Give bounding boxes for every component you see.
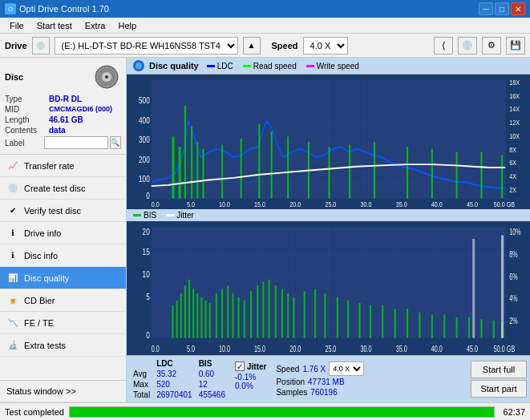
sidebar-item-disc-info[interactable]: ℹ Disc info [0,244,126,267]
ldc-dot [207,65,215,67]
menu-start-test[interactable]: Start test [30,19,79,32]
minimize-button[interactable]: ─ [479,2,493,15]
svg-rect-34 [349,145,350,199]
svg-text:6X: 6X [509,160,516,168]
write-speed-dot [306,65,314,67]
svg-text:2%: 2% [509,316,518,325]
sidebar-item-extra-tests[interactable]: 🔬 Extra tests [0,334,126,357]
disc-quality-icon: 📊 [6,272,19,285]
legend: LDC Read speed Write speed [207,62,359,71]
stats-table: LDC BIS Avg 35.32 0.60 Max 520 12 Tota [130,358,229,400]
svg-rect-102 [262,281,264,337]
svg-rect-121 [456,317,458,337]
svg-rect-98 [238,297,240,337]
sidebar-item-drive-info[interactable]: ℹ Drive info [0,222,126,244]
svg-text:300: 300 [139,135,150,144]
svg-text:45.0: 45.0 [467,200,478,208]
status-window-label: Status window >> [6,386,76,396]
menu-file[interactable]: File [3,19,30,32]
svg-text:10X: 10X [509,132,520,140]
svg-rect-89 [192,289,194,337]
sidebar-item-fe-te[interactable]: 📉 FE / TE [0,312,126,334]
svg-rect-112 [347,301,349,338]
speed-label: Speed [276,365,299,374]
label-input[interactable] [44,136,108,149]
progress-fill [70,407,494,417]
titlebar: O Opti Drive Control 1.70 ─ □ ✕ [0,0,530,18]
chart2-header: BIS Jitter [127,209,530,221]
maximize-button[interactable]: □ [495,2,509,15]
svg-text:4%: 4% [509,294,518,304]
status-window-button[interactable]: Status window >> [0,380,126,402]
svg-rect-117 [407,309,408,337]
svg-text:12X: 12X [509,119,520,127]
max-ldc: 520 [153,379,196,390]
sidebar: Disc Type BD-R DL MID CMCMAGDI6 (000) [0,58,127,402]
bis-label: BIS [144,211,156,220]
svg-text:10%: 10% [509,228,521,237]
sidebar-item-verify-test-disc[interactable]: ✔ Verify test disc [0,200,126,222]
label-search-button[interactable]: 🔍 [110,136,121,149]
sidebar-item-label: FE / TE [24,318,54,328]
svg-rect-86 [180,293,182,337]
svg-rect-107 [293,297,294,337]
jitter-checkbox[interactable]: ✓ [235,361,245,371]
svg-rect-126 [501,235,504,337]
svg-text:30.0: 30.0 [361,344,372,353]
sidebar-menu: 📈 Transfer rate 💿 Create test disc ✔ Ver… [0,155,126,357]
svg-rect-28 [241,139,242,199]
svg-text:40.0: 40.0 [431,344,443,353]
disc-title: Disc [5,72,23,82]
speed-dropdown[interactable]: 4.0 X [329,361,364,376]
svg-text:8X: 8X [509,146,516,154]
prev-button[interactable]: ⟨ [434,37,453,55]
svg-rect-101 [257,285,258,338]
speed-select[interactable]: 4.0 X [303,37,348,55]
speed-value: 1.76 X [302,365,326,374]
svg-rect-22 [179,147,181,198]
disc-button[interactable]: 💿 [458,37,477,55]
speed-info: Speed 1.76 X 4.0 X Position 47731 MB Sam… [273,358,367,400]
start-full-button[interactable]: Start full [471,361,527,378]
settings-button[interactable]: ⚙ [482,37,501,55]
drive-select[interactable]: (E:) HL-DT-ST BD-RE WH16NS58 TST4 [55,37,238,55]
bis-header: BIS [196,358,229,369]
svg-text:0.0: 0.0 [152,200,160,208]
save-button[interactable]: 💾 [506,37,525,55]
content-title: Disc quality [149,61,199,71]
sidebar-item-cd-bier[interactable]: 🍺 CD Bier [0,289,126,312]
sidebar-item-disc-quality[interactable]: 📊 Disc quality [0,267,126,289]
eject-button[interactable]: ▲ [243,37,261,55]
length-label: Length [5,115,49,124]
svg-rect-38 [456,152,458,199]
svg-rect-104 [275,285,277,338]
svg-rect-92 [205,301,207,338]
sidebar-item-create-test-disc[interactable]: 💿 Create test disc [0,177,126,200]
samples-label: Samples [276,388,307,397]
svg-rect-24 [191,126,192,198]
ldc-header: LDC [153,358,196,369]
menu-extra[interactable]: Extra [79,19,112,32]
svg-text:16X: 16X [509,92,520,100]
svg-rect-31 [287,136,289,198]
type-label: Type [5,95,49,103]
svg-text:15.0: 15.0 [254,200,265,208]
sidebar-item-label: Disc quality [24,273,69,283]
bis-legend: BIS [133,211,156,220]
statusbar: Test completed 62:37 [0,402,530,420]
menu-help[interactable]: Help [111,19,143,32]
start-part-button[interactable]: Start part [471,380,527,398]
sidebar-item-transfer-rate[interactable]: 📈 Transfer rate [0,155,126,177]
svg-rect-105 [281,289,283,337]
svg-rect-99 [244,301,245,338]
svg-rect-30 [271,131,273,199]
bis-dot [133,214,141,216]
type-value: BD-R DL [49,95,82,103]
status-text: Test completed [5,407,64,417]
close-button[interactable]: ✕ [511,2,525,15]
legend-ldc: LDC [207,62,233,71]
jitter-section: ✓ Jitter -0.1% 0.0% [232,358,269,400]
avg-label: Avg [130,369,153,379]
drive-icon-btn: 💿 [32,37,50,55]
svg-text:5.0: 5.0 [187,344,195,353]
